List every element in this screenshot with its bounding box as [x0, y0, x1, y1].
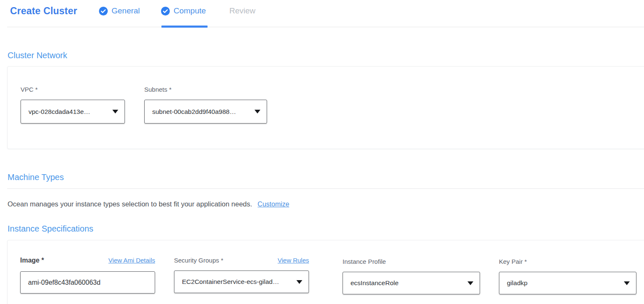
instance-profile-field: Instance Profile ecsInstanceRole: [343, 258, 480, 294]
view-ami-details-link[interactable]: View Ami Details: [109, 257, 155, 264]
vpc-selected-value: vpc-028cdada413e…: [29, 108, 90, 116]
vpc-field: VPC * vpc-028cdada413e…: [21, 86, 125, 124]
vpc-label: VPC *: [21, 86, 125, 93]
instance-profile-label: Instance Profile: [343, 258, 480, 265]
subnets-label: Subnets *: [144, 86, 267, 93]
key-pair-selected-value: giladkp: [507, 279, 527, 287]
machine-types-divider: [7, 188, 644, 189]
cluster-network-heading: Cluster Network: [8, 51, 67, 60]
cluster-network-card: VPC * vpc-028cdada413e… Subnets * subnet…: [7, 66, 644, 149]
security-groups-label: Security Groups *: [174, 257, 223, 264]
create-cluster-page: Create Cluster General Compute Review Cl…: [0, 0, 644, 304]
subnets-select[interactable]: subnet-00cab2dd9f40a988…: [144, 100, 267, 124]
caret-down-icon: [112, 110, 118, 113]
key-pair-label: Key Pair *: [499, 258, 636, 265]
tab-general-label: General: [112, 6, 140, 15]
image-label: Image *: [20, 257, 44, 264]
tab-compute[interactable]: Compute: [161, 6, 206, 15]
instance-specifications-heading: Instance Specifications: [8, 224, 93, 234]
customize-link[interactable]: Customize: [257, 201, 289, 208]
machine-types-description: Ocean manages your instance types select…: [8, 200, 252, 208]
check-circle-icon: [161, 7, 170, 15]
key-pair-select[interactable]: giladkp: [499, 272, 636, 294]
image-field: Image * View Ami Details: [20, 257, 155, 294]
caret-down-icon: [254, 110, 260, 113]
key-pair-field: Key Pair * giladkp: [499, 258, 636, 294]
caret-down-icon: [467, 281, 473, 285]
subnets-field: Subnets * subnet-00cab2dd9f40a988…: [144, 86, 267, 124]
instance-profile-selected-value: ecsInstanceRole: [351, 279, 399, 287]
active-tab-indicator: [161, 26, 208, 28]
page-title: Create Cluster: [10, 5, 77, 17]
subnets-selected-value: subnet-00cab2dd9f40a988…: [152, 108, 236, 116]
security-groups-selected-value: EC2ContainerService-ecs-gilad…: [182, 278, 279, 286]
view-rules-link[interactable]: View Rules: [278, 257, 309, 264]
security-groups-field: Security Groups * View Rules EC2Containe…: [174, 257, 309, 293]
machine-types-description-row: Ocean manages your instance types select…: [8, 200, 289, 208]
vpc-select[interactable]: vpc-028cdada413e…: [21, 100, 125, 124]
caret-down-icon: [624, 281, 630, 285]
tab-compute-label: Compute: [174, 6, 206, 15]
image-input[interactable]: [20, 271, 155, 294]
tab-review-label: Review: [229, 6, 255, 15]
tab-review[interactable]: Review: [229, 6, 255, 15]
machine-types-heading: Machine Types: [8, 173, 64, 182]
caret-down-icon: [296, 280, 302, 284]
security-groups-select[interactable]: EC2ContainerService-ecs-gilad…: [174, 271, 309, 293]
header-divider: [7, 27, 644, 27]
check-circle-icon: [99, 7, 108, 15]
tab-general[interactable]: General: [99, 6, 140, 15]
instance-profile-select[interactable]: ecsInstanceRole: [343, 272, 480, 294]
